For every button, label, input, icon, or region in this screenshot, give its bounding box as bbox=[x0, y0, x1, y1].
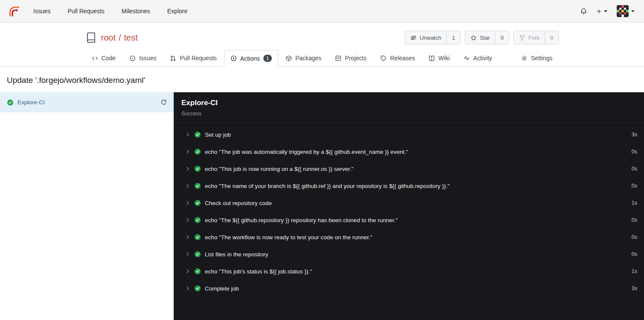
nav-link-explore[interactable]: Explore bbox=[167, 8, 187, 15]
success-check-icon bbox=[194, 131, 201, 138]
job-status-text: Success bbox=[181, 111, 636, 117]
step-name: echo "This job is now running on a ${{ r… bbox=[205, 166, 353, 172]
tab-wiki[interactable]: Wiki bbox=[422, 50, 456, 66]
star-button[interactable]: Star bbox=[465, 31, 495, 44]
pulse-icon bbox=[463, 55, 470, 62]
step-duration: 0s bbox=[632, 234, 637, 240]
step-name: echo "The workflow is now ready to test … bbox=[205, 234, 372, 241]
step-name: Complete job bbox=[205, 285, 239, 292]
step-row[interactable]: Check out repository code 1s bbox=[174, 194, 644, 211]
gear-icon bbox=[521, 55, 527, 62]
project-board-icon bbox=[335, 55, 341, 62]
job-title: Explore-CI bbox=[181, 99, 636, 107]
nav-link-pull-requests[interactable]: Pull Requests bbox=[67, 8, 104, 15]
navbar-right: + bbox=[580, 5, 635, 17]
tab-pull-requests[interactable]: Pull Requests bbox=[163, 50, 223, 66]
repo-name-link[interactable]: test bbox=[124, 33, 138, 43]
stars-count[interactable]: 0 bbox=[495, 31, 509, 44]
play-circle-icon bbox=[230, 55, 237, 62]
step-row[interactable]: Set up job 3s bbox=[174, 126, 644, 143]
fork-button-group: Fork 0 bbox=[513, 31, 559, 44]
repo-owner-link[interactable]: root bbox=[101, 33, 116, 43]
star-icon bbox=[470, 35, 477, 41]
step-duration: 3s bbox=[632, 132, 637, 138]
tab-issues[interactable]: Issues bbox=[123, 50, 163, 66]
chevron-right-icon[interactable] bbox=[185, 286, 190, 291]
step-row[interactable]: List files in the repository 0s bbox=[174, 246, 644, 263]
star-label: Star bbox=[480, 35, 490, 41]
job-name: Explore-CI bbox=[17, 99, 45, 106]
step-row[interactable]: echo "The workflow is now ready to test … bbox=[174, 229, 644, 246]
chevron-right-icon[interactable] bbox=[185, 149, 190, 154]
user-menu[interactable] bbox=[617, 5, 635, 17]
step-row[interactable]: echo "This job's status is ${{ job.statu… bbox=[174, 263, 644, 280]
forgejo-logo-icon[interactable] bbox=[8, 5, 20, 18]
avatar bbox=[617, 5, 629, 17]
rerun-job-icon[interactable] bbox=[160, 99, 167, 106]
chevron-right-icon[interactable] bbox=[185, 252, 190, 257]
nav-link-issues[interactable]: Issues bbox=[33, 8, 50, 15]
code-icon bbox=[92, 55, 98, 62]
repo-book-icon bbox=[85, 32, 96, 43]
run-body: Explore-CI Explore-CI Success Set up job… bbox=[0, 92, 644, 320]
success-check-icon bbox=[194, 251, 201, 258]
repo-header: root / test Unwatch 1 bbox=[0, 23, 644, 67]
chevron-right-icon[interactable] bbox=[185, 183, 190, 188]
unwatch-button-group: Unwatch 1 bbox=[405, 31, 460, 44]
book-open-icon bbox=[428, 55, 435, 62]
chevron-right-icon[interactable] bbox=[185, 132, 190, 137]
tab-releases[interactable]: Releases bbox=[374, 50, 421, 66]
workflow-run-title: Update '.forgejo/workflows/demo.yaml' bbox=[0, 67, 644, 92]
repo-path-separator: / bbox=[119, 33, 121, 43]
step-name: Check out repository code bbox=[205, 200, 272, 206]
step-duration: 1s bbox=[632, 268, 637, 274]
nav-link-milestones[interactable]: Milestones bbox=[122, 8, 150, 15]
step-duration: 0s bbox=[632, 166, 637, 172]
chevron-down-icon bbox=[631, 10, 635, 12]
step-name: List files in the repository bbox=[205, 251, 268, 258]
chevron-right-icon[interactable] bbox=[185, 269, 190, 274]
chevron-right-icon[interactable] bbox=[185, 166, 190, 171]
fork-icon bbox=[519, 35, 525, 41]
create-new-button[interactable]: + bbox=[597, 7, 607, 15]
repo-tabs-bar: Code Issues Pull Requests bbox=[0, 50, 644, 67]
step-row[interactable]: echo "The name of your branch is ${{ git… bbox=[174, 177, 644, 194]
tab-projects[interactable]: Projects bbox=[329, 50, 373, 66]
step-row[interactable]: Complete job 3s bbox=[174, 280, 644, 297]
watchers-count[interactable]: 1 bbox=[446, 31, 460, 44]
job-list-item-explore-ci[interactable]: Explore-CI bbox=[0, 92, 174, 112]
step-duration: 0s bbox=[632, 251, 637, 257]
tab-activity[interactable]: Activity bbox=[457, 50, 498, 66]
chevron-right-icon[interactable] bbox=[185, 217, 190, 223]
unwatch-button[interactable]: Unwatch bbox=[405, 31, 446, 44]
chevron-right-icon[interactable] bbox=[185, 200, 190, 206]
job-detail-panel: Explore-CI Success Set up job 3s echo "T… bbox=[174, 92, 644, 320]
success-check-icon bbox=[194, 234, 201, 241]
success-check-icon bbox=[194, 182, 201, 189]
step-duration: 0s bbox=[632, 149, 637, 155]
step-row[interactable]: echo "The job was automatically triggere… bbox=[174, 143, 644, 160]
success-check-icon bbox=[194, 200, 201, 206]
step-duration: 3s bbox=[632, 285, 637, 291]
tab-actions[interactable]: Actions 1 bbox=[224, 50, 278, 67]
step-name: echo "This job's status is ${{ job.statu… bbox=[205, 268, 312, 275]
step-duration: 0s bbox=[632, 217, 637, 223]
top-navbar: Issues Pull Requests Milestones Explore … bbox=[0, 0, 644, 23]
chevron-right-icon[interactable] bbox=[185, 235, 190, 240]
tab-packages[interactable]: Packages bbox=[279, 50, 328, 66]
notifications-bell-icon[interactable] bbox=[580, 8, 587, 15]
eye-slash-icon bbox=[410, 35, 417, 41]
unwatch-label: Unwatch bbox=[420, 35, 441, 41]
success-check-icon bbox=[7, 99, 14, 106]
success-check-icon bbox=[194, 217, 201, 223]
tab-settings[interactable]: Settings bbox=[515, 50, 559, 66]
step-row[interactable]: echo "The ${{ github.repository }} repos… bbox=[174, 211, 644, 229]
job-panel-header: Explore-CI Success bbox=[174, 92, 644, 123]
success-check-icon bbox=[194, 165, 201, 172]
job-steps-list: Set up job 3s echo "The job was automati… bbox=[174, 123, 644, 297]
fork-button[interactable]: Fork bbox=[514, 31, 545, 44]
repo-action-buttons: Unwatch 1 Star 0 bbox=[405, 31, 559, 44]
step-row[interactable]: echo "This job is now running on a ${{ r… bbox=[174, 160, 644, 177]
tab-code[interactable]: Code bbox=[85, 50, 122, 66]
forks-count[interactable]: 0 bbox=[545, 31, 558, 44]
